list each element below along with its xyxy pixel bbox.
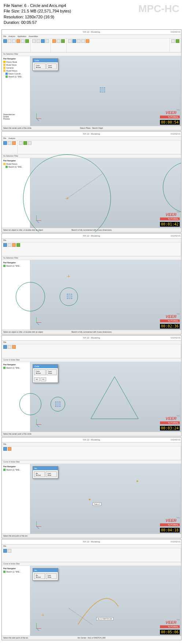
arc-sketch[interactable] — [67, 577, 122, 632]
ribbon-icon[interactable] — [21, 39, 25, 43]
tree-item[interactable]: Sketch (1) "SKE... — [3, 264, 29, 267]
ribbon-icon[interactable] — [25, 39, 29, 43]
ribbon-icon[interactable] — [3, 243, 7, 247]
ribbon-icon[interactable] — [86, 39, 89, 43]
triangle-sketch[interactable] — [89, 375, 140, 422]
ribbon-icon[interactable] — [23, 141, 27, 145]
menu-item[interactable]: File — [3, 35, 6, 37]
ribbon-icon[interactable] — [72, 39, 76, 43]
canvas[interactable]: Circle Circle MethodInput Mode XCYC — [30, 362, 181, 432]
ribbon-icon[interactable] — [3, 447, 7, 451]
ribbon-icon[interactable] — [8, 243, 11, 247]
filter-label[interactable]: Curve in Active Sket — [3, 563, 20, 565]
filename-label: File Name: — [4, 3, 23, 8]
filter-label[interactable]: No Selection Filter — [3, 257, 18, 259]
circle-sketch[interactable] — [19, 393, 41, 415]
menu-item[interactable]: File — [3, 443, 6, 445]
ribbon-icon[interactable] — [52, 39, 56, 43]
ribbon-icon[interactable] — [77, 39, 81, 43]
dialog-tab[interactable]: Circle Method — [34, 63, 46, 69]
canvas[interactable] — [30, 260, 181, 330]
canvas[interactable]: Arc Arc MethodInput Mode Radius 0 — [30, 464, 181, 534]
ribbon-icon[interactable] — [12, 243, 16, 247]
xc-field[interactable]: XC — [34, 377, 40, 381]
ribbon-icon[interactable] — [28, 141, 31, 145]
ribbon-icon[interactable] — [3, 345, 7, 349]
brand-label: SIEMENS — [171, 235, 180, 237]
filter-label[interactable]: No Selection Filter — [3, 155, 18, 157]
tree-item[interactable]: Sketch (1) "SKE... — [3, 75, 29, 78]
menu-item[interactable]: Assemblies — [29, 35, 38, 37]
circle-sketch[interactable] — [16, 282, 45, 311]
canvas[interactable] — [30, 158, 181, 228]
ribbon-icon[interactable] — [171, 39, 175, 43]
circle-dialog[interactable]: Circle Circle MethodInput Mode — [33, 58, 58, 71]
file-info-header: File Name: 6 - Circle and Arcs.mp4 File … — [0, 0, 183, 29]
dialog-tab[interactable]: Input Mode — [46, 369, 57, 375]
tree-item[interactable]: Sketch (1) "SKE... — [3, 468, 29, 471]
ribbon-icon[interactable] — [81, 39, 85, 43]
dialog-tab[interactable]: Input Mode — [46, 471, 57, 477]
ribbon-icon[interactable] — [8, 447, 11, 451]
history-icon — [3, 61, 5, 63]
ribbon-icon[interactable] — [61, 39, 65, 43]
ribbon-icon[interactable] — [12, 39, 16, 43]
tree-item[interactable]: Datum Coordin... — [3, 72, 29, 75]
watermark: VEERTMTUTORIAL00:03:24 — [160, 415, 180, 431]
ribbon-icon[interactable] — [12, 345, 16, 349]
dialog-tab[interactable]: Arc Method — [34, 471, 45, 477]
menu-item[interactable]: Application — [18, 35, 26, 37]
sidebar-section[interactable]: Preview — [3, 118, 15, 120]
ribbon-icon[interactable] — [176, 39, 179, 43]
ribbon-icon[interactable] — [16, 39, 20, 43]
ribbon-icon[interactable] — [32, 39, 36, 43]
tree-item[interactable]: Cameras — [3, 66, 29, 69]
tree-item[interactable]: Sketch (1) "SKE... — [3, 165, 29, 168]
ribbon-icon[interactable] — [3, 549, 7, 553]
ribbon-icon[interactable] — [16, 243, 20, 247]
dialog-tab[interactable]: Circle Method — [34, 369, 46, 375]
canvas[interactable]: Arc Arc MethodInput Mode Arc1 of SKETCH_… — [30, 566, 181, 636]
tree-item[interactable]: Model Views — [3, 63, 29, 66]
ribbon-icon[interactable] — [3, 39, 7, 43]
canvas[interactable]: Circle Circle MethodInput Mode — [30, 56, 181, 126]
ribbon-icon[interactable] — [12, 141, 16, 145]
dialog-tab[interactable]: Input Mode — [46, 573, 57, 579]
arc-dialog[interactable]: Arc Arc MethodInput Mode — [33, 466, 58, 479]
ribbon-icon[interactable] — [41, 39, 45, 43]
tree-item[interactable]: History Mode — [3, 61, 29, 63]
tutorial-label: TUTORIAL — [160, 116, 180, 118]
arc-dialog[interactable]: Arc Arc MethodInput Mode — [33, 568, 58, 581]
filter-label[interactable]: No Selection Filter — [3, 53, 18, 55]
ribbon-icon[interactable] — [37, 39, 40, 43]
menu-item[interactable]: File — [3, 341, 6, 343]
ribbon-icon[interactable] — [3, 141, 7, 145]
dialog-tab[interactable]: Arc Method — [34, 573, 45, 579]
dialog-tab[interactable]: Input Mode — [46, 63, 57, 69]
filter-label[interactable]: Curve in Active Sket — [3, 461, 20, 463]
tree-item[interactable]: Sketch (1) "SKE... — [3, 570, 29, 573]
tree-item[interactable]: Model History — [3, 69, 29, 72]
yc-field[interactable]: YC — [41, 377, 46, 381]
tree-item[interactable]: Model History — [3, 162, 29, 165]
filter-label[interactable]: Curve in Active Sket — [3, 359, 20, 361]
menu-item[interactable]: File — [3, 137, 6, 139]
tree-item[interactable]: Sketch (1) "SKE... — [3, 366, 29, 369]
ribbon-icon[interactable] — [19, 141, 23, 145]
menu-item[interactable]: File — [3, 545, 6, 547]
menu-item[interactable]: Analysis — [8, 137, 15, 139]
ribbon-icon[interactable] — [57, 39, 60, 43]
menu-item[interactable]: File — [3, 239, 6, 241]
ribbon-icon[interactable] — [8, 141, 11, 145]
ribbon-icon[interactable] — [8, 39, 11, 43]
sidebar-section[interactable]: Dependencies — [3, 113, 15, 116]
circle-dialog[interactable]: Circle Circle MethodInput Mode XCYC — [33, 364, 58, 383]
ribbon-icon[interactable] — [45, 39, 49, 43]
ribbon-group — [67, 39, 170, 52]
circle-sketch[interactable] — [163, 162, 182, 213]
ribbon-icon[interactable] — [8, 549, 11, 553]
ribbon-icon[interactable] — [68, 39, 72, 43]
ribbon — [2, 446, 181, 460]
menu-item[interactable]: Analysis — [8, 35, 15, 37]
ribbon-icon[interactable] — [8, 345, 11, 349]
